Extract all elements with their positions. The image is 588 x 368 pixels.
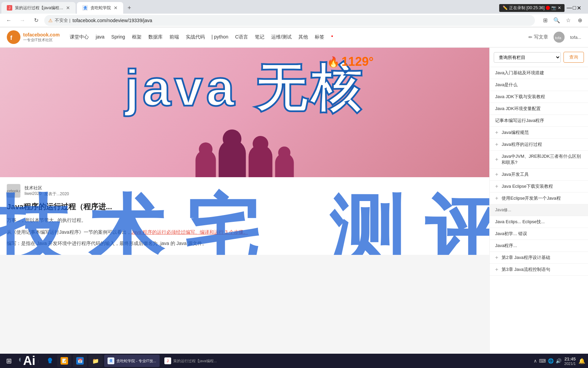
menu-item-java-program[interactable]: Java程序... [490, 240, 588, 252]
taskbar-active-app-1[interactable]: 贪 贪吃蛇学院 - 专业IT技... [104, 355, 160, 367]
site-header-right: ✏ 写文章 tofa tofa... [528, 32, 581, 43]
menu-item-coding-standard[interactable]: +Java编程规范 [490, 127, 588, 139]
hero-badge: 🔥 1129° [327, 55, 374, 69]
nav-tags[interactable]: 标签 [315, 34, 324, 40]
browser-search-icon[interactable]: 🔍 [552, 16, 561, 25]
new-tab-button[interactable]: + [125, 3, 134, 13]
rec-close-icon[interactable]: ✕ [558, 5, 561, 10]
recording-badge: ✏️ 正在录制 [00:25:36] 📷 ✕ [499, 4, 565, 12]
query-button[interactable]: 查询 [564, 52, 584, 63]
menu-item-intro[interactable]: Java入门基础及环境搭建 [490, 67, 588, 79]
main-content: java 无核 🔥 1129° tofacebook.com 技术社区 liw [0, 48, 588, 358]
tab-1-title: 策的运行过程【java编程… [15, 5, 63, 11]
write-article-button[interactable]: ✏ 写文章 [528, 34, 548, 40]
publish-date: 发表于...2020 [44, 191, 69, 197]
java-steps-link[interactable]: Java 程序的运行必须经过编写、编译和运行 3 个步骤。 [131, 229, 248, 235]
article-title: Java程序的运行过程（程序进... [7, 202, 483, 212]
menu-item-jdk-download[interactable]: Java JDK下载与安装教程 [490, 91, 588, 103]
plus-icon-1: + [495, 129, 498, 136]
menu-item-eclipse-first[interactable]: +使用Eclipse开发第一个Java程 [490, 193, 588, 204]
hero-banner: java 无核 🔥 1129° [0, 48, 489, 177]
menu-item-eclipse-install[interactable]: +Java Eclipse下载安装教程 [490, 181, 588, 193]
taskbar-app-calendar[interactable]: 📅 [73, 355, 87, 367]
nav-devops[interactable]: 运维/测试 [271, 34, 292, 40]
close-button[interactable]: ✕ [577, 5, 581, 11]
hero-text-container: java 无核 [0, 55, 489, 123]
tab-1-close[interactable]: ✕ [66, 5, 70, 11]
username-label[interactable]: tofa... [570, 35, 581, 40]
ai-label: Ai [20, 354, 38, 368]
start-button[interactable]: ⊞ [3, 355, 15, 367]
article-main-text: 从《使用记事本编写运行Java程序》一节的案例可以看出，Java 程序的运行必须… [7, 228, 483, 236]
tray-chevron[interactable]: ∧ [534, 358, 537, 364]
menu-item-ch2[interactable]: +第2章 Java程序设计基础 [490, 252, 588, 264]
article-intro: 万事...，所以本节带大...的执行过程。 [7, 216, 483, 225]
menu-item-jdk-env[interactable]: Java JDK环境变量配置 [490, 103, 588, 115]
menu-item-dev-tools[interactable]: +Java开发工具 [490, 169, 588, 181]
menu-item-notepad-run[interactable]: 记事本编写运行Java程序 [490, 115, 588, 127]
category-select[interactable]: 查询所有栏目 [494, 52, 561, 63]
date-display: 2021/1 [564, 362, 576, 366]
taskbar-app-notepad[interactable]: 📝 [57, 355, 71, 367]
tab-2-favicon: 贪 [82, 5, 88, 11]
sys-tray: ∧ ⌨ 🌐 🔊 [534, 358, 561, 364]
minimize-button[interactable]: — [567, 5, 572, 11]
forward-button[interactable]: → [17, 15, 28, 26]
user-avatar[interactable]: tofa [554, 32, 565, 43]
article-container: tofacebook.com 技术社区 liwei2020 发表于...2020… [0, 177, 489, 255]
taskbar-active-app-2[interactable]: J 策的运行过程【java编程... [161, 355, 220, 367]
nav-frontend[interactable]: 前端 [169, 34, 179, 40]
menu-item-whatjava[interactable]: Java是什么 [490, 79, 588, 91]
nav-java[interactable]: java [96, 34, 104, 40]
nav-spring[interactable]: Spring [111, 34, 125, 40]
site-logo[interactable]: f tofacebook.com 一专业IT技术社区 [7, 30, 60, 44]
address-bar[interactable]: ⚠ 不安全 | tofacebook.com/nodeview/19339/ja… [44, 15, 535, 26]
article-section: tofacebook.com 技术社区 liwei2020 发表于...2020… [0, 177, 489, 255]
nav-realcode[interactable]: 实战代码 [186, 34, 205, 40]
sidebar-menu: Java入门基础及环境搭建 Java是什么 Java JDK下载与安装教程 Ja… [490, 67, 588, 276]
article-meta: tofacebook.com 技术社区 liwei2020 发表于...2020 [7, 184, 483, 198]
active-app-label-2: 策的运行过程【java编程... [173, 358, 217, 364]
rec-camera-icon[interactable]: 📷 [551, 5, 556, 10]
stop-rec-icon[interactable] [546, 6, 550, 10]
menu-section-java-fix: Java修... [490, 204, 588, 216]
article-body-text: 编写：是指在 Java 开发环境中进行程序代码的输入，最终形成后缀名为 .jav… [7, 239, 483, 248]
nav-framework[interactable]: 框架 [132, 34, 142, 40]
menu-item-java-beginner[interactable]: Java初学... 错误 [490, 228, 588, 240]
plus-icon-5: + [495, 183, 498, 189]
tab-1[interactable]: J 策的运行过程【java编程… ✕ [1, 2, 76, 14]
taskbar-app-explorer[interactable]: 📁 [88, 355, 103, 367]
nav-notes[interactable]: 笔记 [255, 34, 264, 40]
nav-database[interactable]: 数据库 [148, 34, 163, 40]
nav-other[interactable]: 其他 [298, 34, 308, 40]
keyboard-icon[interactable]: ⌨ [539, 358, 546, 364]
nav-clang[interactable]: C语言 [235, 34, 248, 40]
refresh-button[interactable]: ↻ [31, 15, 42, 26]
tab-search-icon[interactable]: ⊞ [540, 16, 550, 25]
volume-icon[interactable]: 🔊 [556, 358, 561, 364]
clock: 21:45 [564, 356, 576, 362]
time-display[interactable]: 21:45 2021/1 [564, 356, 576, 366]
tab-2[interactable]: 贪 贪吃蛇学院 ✕ [77, 2, 123, 14]
notifications-button[interactable]: 🔔 [578, 358, 585, 364]
extensions-icon[interactable]: ⊕ [575, 16, 585, 25]
network-icon[interactable]: 🌐 [548, 358, 554, 364]
menu-item-jvm-jre-jdk[interactable]: +Java中JVM、JRE和JDK三者有什么区别和联系? [490, 151, 588, 169]
back-button[interactable]: ← [3, 15, 14, 26]
figure-4 [275, 153, 294, 177]
nav-courses[interactable]: 课堂中心 [70, 34, 89, 40]
maximize-button[interactable]: □ [573, 5, 576, 11]
figure-3 [249, 145, 273, 177]
bookmark-icon[interactable]: ☆ [564, 16, 573, 25]
write-icon: ✏ [528, 34, 533, 40]
nav-python[interactable]: | python [212, 34, 229, 40]
menu-item-eclipse-tech[interactable]: Java Eclips... Eclipse技... [490, 216, 588, 228]
tab-2-close[interactable]: ✕ [114, 5, 118, 11]
site-nav: 课堂中心 java Spring 框架 数据库 前端 实战代码 | python… [70, 34, 333, 40]
article-site-icon: tofacebook.com [7, 184, 20, 198]
fire-icon: 🔥 [327, 56, 340, 68]
plus-icon-4: + [495, 171, 498, 178]
taskbar-edge-button[interactable] [44, 355, 56, 367]
menu-item-ch3[interactable]: +第3章 Java流程控制语句 [490, 264, 588, 276]
menu-item-runtime[interactable]: +Java程序的运行过程 [490, 139, 588, 151]
